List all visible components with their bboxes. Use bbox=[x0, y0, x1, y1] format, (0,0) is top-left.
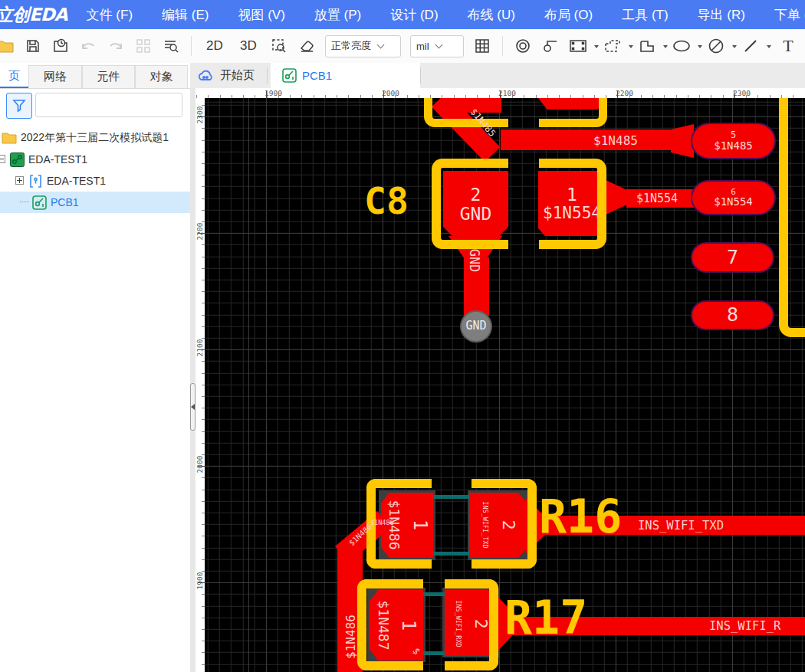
expand-expander[interactable] bbox=[15, 176, 24, 185]
collapse-expander[interactable] bbox=[0, 155, 5, 163]
toolbar-separator bbox=[191, 36, 192, 56]
tab-label: PCB1 bbox=[302, 69, 332, 82]
save-all-icon[interactable] bbox=[49, 34, 72, 58]
dropdown-arrow-icon[interactable] bbox=[594, 45, 599, 51]
trace-n554-taper[interactable] bbox=[606, 180, 628, 215]
menu-edit[interactable]: 编辑 (E) bbox=[147, 6, 223, 24]
silkscreen-bracket[interactable] bbox=[539, 98, 607, 127]
view-2d-button[interactable]: 2D bbox=[200, 34, 229, 58]
menu-file[interactable]: 文件 (F) bbox=[72, 6, 147, 24]
text-tool-button[interactable]: T bbox=[774, 34, 803, 58]
tree-item-label: EDA-TEST1 bbox=[28, 153, 87, 166]
trace-bottom-layer[interactable] bbox=[423, 651, 445, 655]
tree-item-label: 2022年第十三届二次模拟试题1 bbox=[21, 131, 169, 145]
layout-grid-icon[interactable] bbox=[132, 34, 155, 58]
silkscreen-outline[interactable] bbox=[779, 98, 805, 337]
trace-bottom-layer[interactable] bbox=[433, 495, 469, 499]
silkscreen-c8-right[interactable] bbox=[539, 159, 606, 249]
panel-collapse-handle[interactable] bbox=[190, 383, 196, 431]
tree-item-schematic[interactable]: EDA-TEST1 bbox=[0, 170, 190, 192]
net-label-n486-vertical: $1N486 bbox=[343, 615, 358, 659]
project-tree: 2022年第十三届二次模拟试题1 EDA-TEST1 EDA-TEST1 PCB… bbox=[0, 127, 190, 213]
pad-tool-icon[interactable] bbox=[511, 34, 534, 58]
pad-number-vertical: 1 bbox=[409, 520, 431, 530]
menu-layout[interactable]: 布局 (O) bbox=[530, 6, 607, 24]
tab-pcb1[interactable]: PCB1 bbox=[271, 63, 420, 88]
unit-select[interactable]: mil bbox=[410, 35, 464, 57]
tab-separator bbox=[420, 67, 421, 84]
dropdown-arrow-icon[interactable] bbox=[732, 45, 737, 51]
ruler-horizontal: 1900 2000 2100 2200 2300 bbox=[196, 88, 805, 98]
keepout-tool-icon[interactable] bbox=[705, 34, 728, 58]
pad-number-vertical: 1 bbox=[398, 620, 419, 631]
ruler-tick-label: 2000 bbox=[196, 453, 205, 476]
ellipse-tool-icon[interactable] bbox=[670, 34, 693, 58]
search-input[interactable] bbox=[36, 100, 180, 111]
tree-item-project[interactable]: 2022年第十三届二次模拟试题1 bbox=[0, 127, 190, 149]
main-toolbar: 2D 3D 正常亮度 mil bbox=[0, 29, 805, 64]
filter-list-icon[interactable] bbox=[159, 34, 182, 58]
tab-sheet[interactable]: 页 bbox=[0, 65, 28, 88]
tab-label: 开始页 bbox=[220, 68, 255, 83]
undo-icon[interactable] bbox=[77, 34, 100, 58]
panel-splitter[interactable] bbox=[190, 88, 196, 672]
menu-order[interactable]: 下单 (A) bbox=[760, 6, 805, 24]
pcb-canvas[interactable]: $1N485 $1N485 5 $1N485 C8 2 GND 1 $1N554… bbox=[205, 98, 805, 672]
silkscreen-bracket[interactable] bbox=[424, 98, 508, 127]
open-folder-icon[interactable] bbox=[0, 34, 17, 58]
tree-item-label: PCB1 bbox=[51, 196, 79, 208]
brightness-select[interactable]: 正常亮度 bbox=[325, 35, 401, 57]
via-tool-icon[interactable] bbox=[539, 34, 562, 58]
filter-button[interactable] bbox=[6, 93, 32, 119]
copper-area-tool-icon[interactable] bbox=[601, 34, 624, 58]
designator-c8[interactable]: C8 bbox=[364, 182, 409, 219]
trace-n485[interactable] bbox=[501, 129, 672, 150]
easyeda-window: 立创EDA 文件 (F) 编辑 (E) 视图 (V) 放置 (P) 设计 (D)… bbox=[0, 0, 805, 672]
menu-design[interactable]: 设计 (D) bbox=[376, 6, 452, 24]
pad-8[interactable]: 8 bbox=[692, 302, 773, 329]
eraser-icon[interactable] bbox=[295, 34, 318, 58]
dropdown-arrow-icon[interactable] bbox=[663, 45, 668, 51]
designator-r17[interactable]: R17 bbox=[504, 595, 587, 641]
zoom-area-icon[interactable] bbox=[268, 34, 291, 58]
menu-route[interactable]: 布线 (U) bbox=[453, 6, 530, 24]
line-tool-icon[interactable] bbox=[739, 34, 762, 58]
pad-net-vertical: INS_WIFI_TXD bbox=[481, 501, 489, 548]
trace-bottom-layer[interactable] bbox=[433, 552, 469, 556]
redo-icon[interactable] bbox=[104, 34, 127, 58]
menu-export[interactable]: 导出 (R) bbox=[683, 6, 760, 24]
pad-number-vertical: 2 bbox=[499, 520, 518, 529]
search-box[interactable] bbox=[35, 93, 182, 117]
tab-start-page[interactable]: 开始页 bbox=[198, 63, 255, 88]
ruler-tick-label: 1900 bbox=[196, 569, 205, 592]
tab-objects[interactable]: 对象 bbox=[135, 65, 188, 88]
chevron-down-icon bbox=[435, 41, 442, 49]
ruler-tick-label: 2200 bbox=[616, 89, 633, 97]
pad-5[interactable]: 5 $1N485 bbox=[692, 124, 774, 158]
footprint-tool-icon[interactable] bbox=[567, 34, 590, 58]
dropdown-arrow-icon[interactable] bbox=[767, 45, 771, 51]
grid-settings-icon[interactable] bbox=[471, 34, 494, 58]
via-gnd[interactable]: GND bbox=[462, 312, 491, 341]
trace-bottom-layer[interactable] bbox=[423, 592, 445, 596]
ruler-tick-label: 1900 bbox=[264, 89, 282, 97]
pad-7[interactable]: 7 bbox=[692, 244, 773, 271]
tree-item-board[interactable]: EDA-TEST1 bbox=[0, 149, 190, 170]
trace-n485-taper[interactable] bbox=[671, 124, 694, 158]
view-3d-button[interactable]: 3D bbox=[234, 34, 263, 58]
save-icon[interactable] bbox=[21, 34, 44, 58]
menu-tools[interactable]: 工具 (T) bbox=[607, 6, 682, 24]
menu-view[interactable]: 视图 (V) bbox=[223, 6, 299, 24]
dropdown-arrow-icon[interactable] bbox=[629, 45, 633, 51]
net-label-gnd: GND bbox=[467, 249, 482, 273]
tab-components[interactable]: 元件 bbox=[82, 65, 135, 88]
silkscreen-c8-left[interactable] bbox=[432, 159, 508, 249]
tab-nets[interactable]: 网络 bbox=[28, 65, 82, 88]
tree-item-pcb[interactable]: PCB1 bbox=[0, 192, 190, 213]
menu-place[interactable]: 放置 (P) bbox=[300, 6, 376, 24]
net-label-small: $1N486 bbox=[370, 519, 394, 526]
pad-6[interactable]: 6 $1N554 bbox=[692, 182, 774, 214]
designator-r16[interactable]: R16 bbox=[539, 493, 622, 539]
dropdown-arrow-icon[interactable] bbox=[698, 45, 702, 51]
solid-region-tool-icon[interactable] bbox=[636, 34, 659, 58]
